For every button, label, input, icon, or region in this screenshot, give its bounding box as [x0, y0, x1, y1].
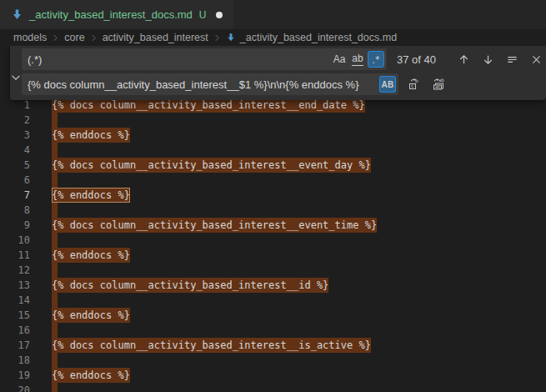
preserve-case-toggle[interactable]: AB [379, 76, 396, 93]
close-find-button[interactable] [527, 50, 545, 68]
code-line[interactable]: 13{% docs column__activity_based_interes… [0, 278, 546, 293]
find-match-empty [52, 233, 58, 248]
line-number[interactable]: 12 [0, 263, 52, 278]
svg-text:ac: ac [435, 84, 440, 89]
line-number[interactable]: 4 [0, 143, 52, 158]
replace-all-icon: ab ac [432, 78, 445, 91]
line-content[interactable]: {% enddocs %} [52, 128, 546, 143]
replace-input[interactable]: {% docs column__activity_based_interest_… [22, 73, 398, 95]
find-match: {% enddocs %} [52, 308, 130, 323]
find-in-selection-button[interactable] [503, 50, 521, 68]
code-line[interactable]: 17{% docs column__activity_based_interes… [0, 338, 546, 353]
code-line[interactable]: 7{% enddocs %} [0, 188, 546, 203]
markdown-file-icon [226, 33, 236, 43]
line-content[interactable] [52, 383, 546, 392]
line-number[interactable]: 20 [0, 383, 52, 392]
unsaved-dot-icon[interactable] [216, 12, 223, 18]
line-content[interactable] [52, 173, 546, 188]
breadcrumb-item-folder[interactable]: activity_based_interest [103, 32, 208, 43]
line-number[interactable]: 14 [0, 293, 52, 308]
line-number[interactable]: 2 [0, 113, 52, 128]
line-number[interactable]: 15 [0, 308, 52, 323]
line-content[interactable]: {% docs column__activity_based_interest_… [52, 218, 546, 233]
code-line[interactable]: 8 [0, 203, 546, 218]
code-line[interactable]: 14 [0, 293, 546, 308]
find-match-empty [52, 263, 58, 278]
line-number[interactable]: 16 [0, 323, 52, 338]
find-match-empty [52, 293, 58, 308]
line-content[interactable]: {% enddocs %} [52, 248, 546, 263]
line-number[interactable]: 17 [0, 338, 52, 353]
line-content[interactable] [52, 113, 546, 128]
code-line[interactable]: 5{% docs column__activity_based_interest… [0, 158, 546, 173]
regex-toggle[interactable]: .* [368, 51, 384, 68]
editor-pane: (.*) Aa ab .* 37 of 40 [0, 46, 546, 392]
line-content[interactable]: {% docs column__activity_based_interest_… [52, 338, 546, 353]
code-line[interactable]: 11{% enddocs %} [0, 248, 546, 263]
find-match-empty [52, 203, 58, 218]
match-case-toggle[interactable]: Aa [331, 51, 348, 68]
git-status-badge: U [199, 9, 207, 21]
code-line[interactable]: 18 [0, 353, 546, 368]
svg-text:ab: ab [438, 78, 444, 83]
code-line[interactable]: 3{% enddocs %} [0, 128, 546, 143]
markdown-file-icon [11, 8, 23, 21]
code-line[interactable]: 9{% docs column__activity_based_interest… [0, 218, 546, 233]
code-line[interactable]: 2 [0, 113, 546, 128]
code-line[interactable]: 19{% enddocs %} [0, 368, 546, 383]
chevron-down-icon [10, 72, 22, 83]
find-match-current: {% enddocs %} [52, 188, 130, 203]
breadcrumb-item-core[interactable]: core [64, 32, 84, 43]
line-content[interactable] [52, 233, 546, 248]
line-content[interactable] [52, 323, 546, 338]
code-line[interactable]: 20 [0, 383, 546, 392]
code-line[interactable]: 10 [0, 233, 546, 248]
line-content[interactable]: {% enddocs %} [52, 368, 546, 383]
line-content[interactable] [52, 353, 546, 368]
code-lines: 1{% docs column__activity_based_interest… [0, 98, 546, 392]
line-number[interactable]: 7 [0, 188, 52, 203]
line-number[interactable]: 3 [0, 128, 52, 143]
line-number[interactable]: 9 [0, 218, 52, 233]
line-content[interactable]: {% docs column__activity_based_interest_… [52, 278, 546, 293]
whole-word-toggle[interactable]: ab [349, 51, 366, 68]
line-content[interactable]: {% enddocs %} [52, 188, 546, 203]
code-line[interactable]: 6 [0, 173, 546, 188]
next-match-button[interactable] [478, 50, 497, 68]
line-content[interactable] [52, 293, 546, 308]
line-number[interactable]: 6 [0, 173, 52, 188]
replace-input-value: {% docs column__activity_based_interest_… [28, 78, 378, 91]
code-line[interactable]: 16 [0, 323, 546, 338]
editor-tab[interactable]: _activity_based_interest_docs.md U [0, 0, 233, 29]
line-number[interactable]: 19 [0, 368, 52, 383]
find-match: {% docs column__activity_based_interest_… [52, 218, 377, 233]
line-content[interactable]: {% docs column__activity_based_interest_… [52, 158, 546, 173]
previous-match-button[interactable] [454, 50, 473, 68]
replace-all-button[interactable]: ab ac [429, 75, 448, 93]
find-match-empty [52, 353, 58, 368]
line-content[interactable]: {% enddocs %} [52, 308, 546, 323]
find-match-empty [52, 113, 58, 128]
breadcrumb-item-models[interactable]: models [13, 32, 47, 43]
find-match-empty [52, 383, 58, 392]
arrow-down-icon [482, 53, 494, 66]
line-number[interactable]: 11 [0, 248, 52, 263]
line-content[interactable] [52, 143, 546, 158]
line-number[interactable]: 10 [0, 233, 52, 248]
find-match: {% docs column__activity_based_interest_… [52, 158, 371, 173]
code-line[interactable]: 12 [0, 263, 546, 278]
line-content[interactable] [52, 263, 546, 278]
svg-text:c: c [411, 83, 413, 88]
line-content[interactable] [52, 203, 546, 218]
line-number[interactable]: 8 [0, 203, 52, 218]
breadcrumb-item-file[interactable]: _activity_based_interest_docs.md [226, 32, 397, 43]
line-number[interactable]: 18 [0, 353, 52, 368]
replace-button[interactable]: b c [405, 75, 423, 93]
code-line[interactable]: 4 [0, 143, 546, 158]
line-number[interactable]: 13 [0, 278, 52, 293]
arrow-up-icon [458, 53, 470, 66]
line-number[interactable]: 5 [0, 158, 52, 173]
toggle-replace-button[interactable] [10, 72, 22, 83]
find-input[interactable]: (.*) Aa ab .* [22, 48, 387, 70]
code-line[interactable]: 15{% enddocs %} [0, 308, 546, 323]
